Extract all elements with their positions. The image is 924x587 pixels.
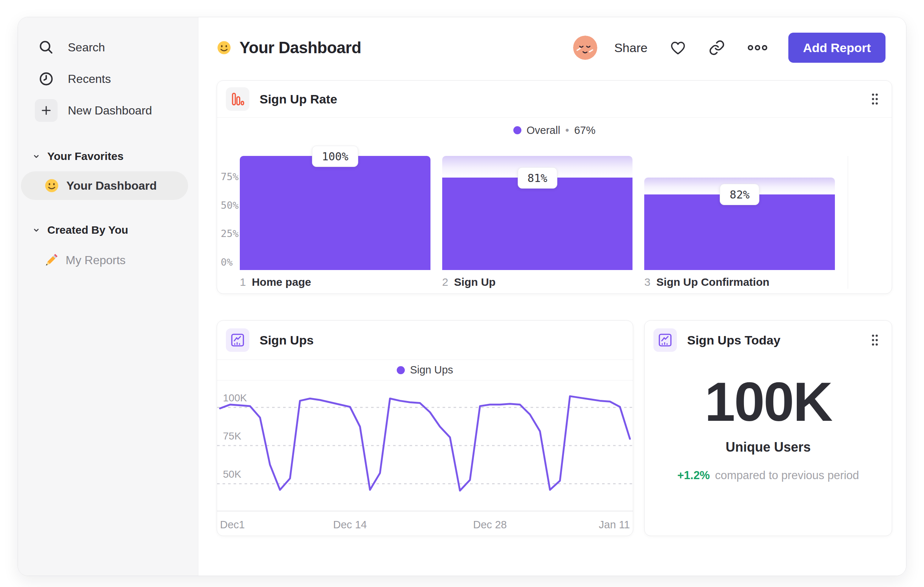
funnel-y-tick-label: 0% <box>221 256 233 268</box>
sidebar-item-label: My Reports <box>66 253 126 267</box>
add-report-button[interactable]: Add Report <box>788 33 886 63</box>
big-number-value: 100K <box>645 374 892 429</box>
sidebar-section-header-your-favorites[interactable]: Your Favorites <box>32 148 198 164</box>
copy-link-button[interactable] <box>708 39 725 56</box>
funnel-bar-area: 100% <box>240 156 431 270</box>
sidebar-item-label: New Dashboard <box>68 104 152 117</box>
signups-line-svg <box>217 380 633 511</box>
clock-icon <box>35 68 58 90</box>
funnel-step-label: 1Home page <box>240 276 431 288</box>
sidebar-item-label: Your Dashboard <box>66 179 157 193</box>
step-name: Sign Up Confirmation <box>656 276 769 288</box>
big-number-label: Unique Users <box>645 440 892 455</box>
sign-ups-card: Sign Ups Sign Ups 100K75K50K Dec1Dec 14D… <box>217 320 633 536</box>
funnel-bar[interactable] <box>240 156 431 270</box>
title-wrap: Your Dashboard <box>217 38 361 57</box>
funnel-y-tick-label: 25% <box>221 228 239 239</box>
avatar-face-illustration <box>573 36 597 60</box>
funnel-plot-right-divider <box>848 156 848 289</box>
line-chart-icon <box>226 328 249 352</box>
more-options-button[interactable] <box>747 43 768 52</box>
card-title: Sign Ups <box>260 333 314 347</box>
legend-separator: • <box>565 124 569 136</box>
link-icon <box>708 39 725 56</box>
sidebar-item-recents[interactable]: Recents <box>18 63 198 95</box>
funnel-bar[interactable] <box>442 178 633 270</box>
app-window: SearchRecentsNew Dashboard Your Favorite… <box>18 17 906 576</box>
funnel-chart-icon <box>226 87 249 111</box>
delta-row: +1.2% compared to previous period <box>645 469 892 482</box>
legend-label: Sign Ups <box>410 364 453 376</box>
line-legend[interactable]: Sign Ups <box>217 360 633 380</box>
card-header: Sign Ups Today <box>645 321 892 360</box>
card-header: Sign Ups <box>217 321 633 360</box>
x-axis-tick-label: Dec 28 <box>473 519 507 531</box>
smiley-emoji <box>45 178 59 193</box>
sidebar-item-new-dashboard[interactable]: New Dashboard <box>18 95 198 126</box>
page-title: Your Dashboard <box>239 38 361 57</box>
sidebar-section-header-created-by-you[interactable]: Created By You <box>32 222 198 238</box>
ellipsis-icon <box>747 43 768 52</box>
sign-ups-today-card: Sign Ups Today 100K Unique Users +1.2% c… <box>644 320 892 536</box>
page: { "colors":{ "accent_purple":"#7c50f0", … <box>0 0 924 587</box>
funnel-step: 100%1Home page <box>240 156 431 288</box>
funnel-value-chip: 100% <box>312 146 358 167</box>
sidebar-item-label: Search <box>68 41 105 54</box>
pencil-emoji <box>45 253 58 267</box>
chevron-down-icon <box>32 226 41 235</box>
legend-label: Overall <box>526 124 560 136</box>
sidebar-sections: Your FavoritesYour DashboardCreated By Y… <box>18 148 198 272</box>
legend-value: 67% <box>574 124 596 136</box>
dashboard-header: Your Dashboard Share <box>217 33 886 63</box>
funnel-steps: 100%1Home page81%2Sign Up82%3Sign Up Con… <box>240 156 835 288</box>
funnel-step: 81%2Sign Up <box>442 156 633 288</box>
drag-handle-icon[interactable] <box>870 93 879 106</box>
step-number: 2 <box>442 276 449 288</box>
sidebar-item-label: Recents <box>68 72 111 86</box>
header-actions: Share <box>573 33 886 63</box>
chevron-down-icon <box>32 152 41 161</box>
plus-icon <box>35 99 58 122</box>
funnel-value-chip: 81% <box>517 167 557 189</box>
funnel-y-tick-label: 75% <box>221 171 239 182</box>
main-content: Your Dashboard Share <box>198 17 906 575</box>
x-axis-tick-label: Jan 11 <box>599 519 630 531</box>
funnel-plot: 75%50%25%0% 100%1Home page81%2Sign Up82%… <box>217 156 892 295</box>
card-title: Sign Ups Today <box>687 333 780 347</box>
dashboard-emoji-icon <box>217 40 231 55</box>
step-name: Sign Up <box>454 276 495 288</box>
legend-dot <box>397 366 405 374</box>
funnel-step-label: 2Sign Up <box>442 276 633 288</box>
funnel-value-chip: 82% <box>720 184 759 205</box>
heart-icon <box>670 39 686 56</box>
delta-positive-badge: +1.2% <box>677 469 710 482</box>
legend-dot <box>513 126 521 134</box>
share-button[interactable]: Share <box>614 41 648 55</box>
favorite-button[interactable] <box>670 39 686 56</box>
card-title: Sign Up Rate <box>260 92 337 106</box>
sidebar: SearchRecentsNew Dashboard Your Favorite… <box>18 17 198 575</box>
sidebar-section-label: Created By You <box>47 224 128 236</box>
sidebar-section-label: Your Favorites <box>47 150 124 162</box>
line-x-axis: Dec1Dec 14Dec 28Jan 11 <box>217 511 633 537</box>
line-plot: 100K75K50K <box>217 380 633 511</box>
avatar[interactable] <box>573 36 597 60</box>
funnel-bar-area: 82% <box>644 156 835 270</box>
card-header: Sign Up Rate <box>217 81 892 118</box>
funnel-bar[interactable] <box>644 194 835 270</box>
search-icon <box>35 36 58 59</box>
sign-up-rate-card: Sign Up Rate Overall • 67% 75%50%25%0% 1… <box>217 80 892 294</box>
step-number: 1 <box>240 276 246 288</box>
sidebar-item-your-dashboard[interactable]: Your Dashboard <box>21 171 188 200</box>
sidebar-item-my-reports[interactable]: My Reports <box>21 248 188 272</box>
funnel-y-tick-label: 50% <box>221 200 239 211</box>
funnel-bar-area: 81% <box>442 156 633 270</box>
signups-line <box>220 396 630 491</box>
drag-handle-icon[interactable] <box>870 334 879 347</box>
x-axis-tick-label: Dec1 <box>220 519 245 531</box>
sidebar-item-search[interactable]: Search <box>18 31 198 63</box>
sidebar-nav: SearchRecentsNew Dashboard <box>18 31 198 126</box>
funnel-legend[interactable]: Overall • 67% <box>217 118 892 143</box>
funnel-step: 82%3Sign Up Confirmation <box>644 156 835 288</box>
delta-note: compared to previous period <box>715 469 859 482</box>
